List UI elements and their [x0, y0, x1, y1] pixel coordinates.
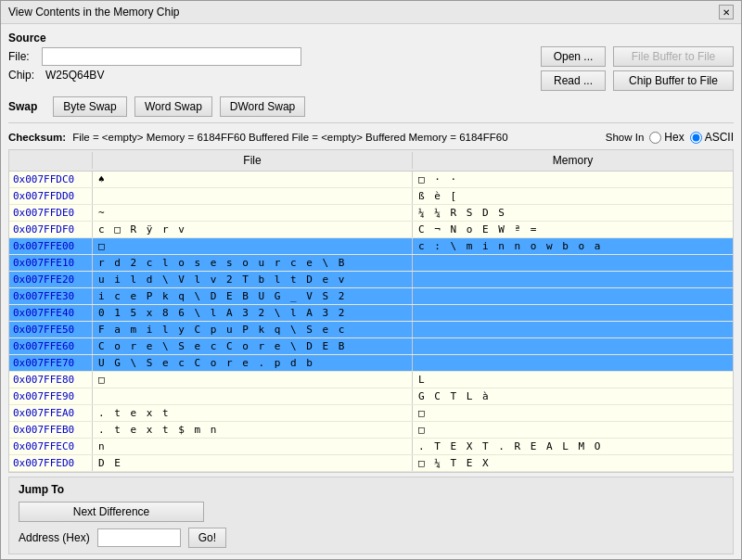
table-row[interactable]: 0x007FFDE0~¼ ¼ R S D S	[9, 205, 733, 222]
table-row[interactable]: 0x007FFEA0. t e x t □	[9, 405, 733, 422]
main-window: View Contents in the Memory Chip ✕ Sourc…	[0, 0, 742, 560]
file-cell: □	[93, 372, 413, 388]
addr-cell: 0x007FFDC0	[9, 172, 93, 187]
file-cell	[93, 388, 413, 404]
bottom-panel: Jump To Next Difference Address (Hex) Go…	[8, 477, 734, 554]
hex-radio-label[interactable]: Hex	[649, 131, 684, 144]
go-button[interactable]: Go!	[188, 528, 226, 548]
table-row[interactable]: 0x007FFE90G C T L à	[9, 388, 733, 405]
table-row[interactable]: 0x007FFE70U G \ S e c C o r e . p d b	[9, 355, 733, 372]
mem-cell: ß è [	[413, 188, 733, 204]
file-cell: c □ R ÿ r v	[93, 222, 413, 237]
table-row[interactable]: 0x007FFE400 1 5 x 8 6 \ l A 3 2 \ l A 3 …	[9, 305, 733, 322]
table-row[interactable]: 0x007FFEC0n. T E X T . R E A L M O	[9, 439, 733, 455]
address-input[interactable]	[97, 528, 181, 547]
file-cell	[93, 188, 413, 204]
mem-cell: □ ¼ T E X	[413, 455, 733, 471]
addr-cell: 0x007FFE70	[9, 355, 93, 371]
mem-cell	[413, 305, 733, 321]
addr-cell: 0x007FFE60	[9, 338, 93, 354]
next-diff-row: Next Difference	[19, 502, 723, 522]
memory-header: Memory	[413, 152, 733, 169]
mem-cell	[413, 322, 733, 337]
file-cell: . t e x t $ m n	[93, 422, 413, 438]
file-cell: u i l d \ V l v 2 T b l t D e v	[93, 272, 413, 287]
file-cell: r d 2 c l o s e s o u r c e \ B	[93, 255, 413, 271]
table-body: 0x007FFDC0♠□ · ·0x007FFDD0 ß è [0x007FFD…	[9, 172, 733, 472]
address-row: Address (Hex) Go!	[19, 528, 723, 548]
table-row[interactable]: 0x007FFEB0. t e x t $ m n □	[9, 422, 733, 439]
main-content: Source File: Chip: W25Q64BV Open ... Rea…	[1, 24, 741, 560]
checksum-text: File = <empty> Memory = 6184FF60 Buffere…	[72, 132, 507, 143]
addr-header	[9, 152, 93, 169]
dword-swap-button[interactable]: DWord Swap	[220, 96, 305, 117]
mem-cell: . T E X T . R E A L M O	[413, 439, 733, 454]
table-row[interactable]: 0x007FFE10r d 2 c l o s e s o u r c e \ …	[9, 255, 733, 272]
file-cell: n	[93, 439, 413, 454]
chip-value: W25Q64BV	[45, 69, 104, 82]
table-row[interactable]: 0x007FFE30i c e P k q \ D E B U G _ V S …	[9, 288, 733, 305]
next-difference-button[interactable]: Next Difference	[19, 502, 204, 522]
close-button[interactable]: ✕	[719, 5, 734, 19]
show-in-label: Show In	[606, 132, 645, 143]
table-row[interactable]: 0x007FFE00□ c : \ m i n n o w b o a	[9, 238, 733, 255]
mem-cell	[413, 288, 733, 304]
addr-cell: 0x007FFDF0	[9, 222, 93, 237]
file-buffer-to-file-button[interactable]: File Buffer to File	[613, 46, 734, 67]
file-cell: . t e x t	[93, 405, 413, 421]
swap-label: Swap	[8, 100, 45, 113]
file-cell: D E	[93, 455, 413, 471]
file-input[interactable]	[42, 47, 301, 66]
addr-cell: 0x007FFDD0	[9, 188, 93, 204]
mem-cell: □ · ·	[413, 172, 733, 187]
table-row[interactable]: 0x007FFE50F a m i l y C p u P k q \ S e …	[9, 322, 733, 338]
file-cell: □	[93, 238, 413, 254]
file-cell: F a m i l y C p u P k q \ S e c	[93, 322, 413, 337]
mem-cell: G C T L à	[413, 388, 733, 404]
addr-cell: 0x007FFE20	[9, 272, 93, 287]
mem-cell: ¼ ¼ R S D S	[413, 205, 733, 221]
file-cell: U G \ S e c C o r e . p d b	[93, 355, 413, 371]
addr-cell: 0x007FFE00	[9, 238, 93, 254]
chip-row: Chip: W25Q64BV	[8, 69, 533, 82]
mem-cell: C ¬ N o E W ª =	[413, 222, 733, 237]
table-row[interactable]: 0x007FFDD0 ß è [	[9, 188, 733, 205]
chip-buffer-to-file-button[interactable]: Chip Buffer to File	[613, 70, 734, 91]
read-button[interactable]: Read ...	[541, 70, 606, 91]
addr-cell: 0x007FFE90	[9, 388, 93, 404]
file-cell: 0 1 5 x 8 6 \ l A 3 2 \ l A 3 2	[93, 305, 413, 321]
open-button[interactable]: Open ...	[541, 46, 606, 67]
word-swap-button[interactable]: Word Swap	[134, 96, 212, 117]
ascii-radio-label[interactable]: ASCII	[690, 131, 734, 144]
file-cell: i c e P k q \ D E B U G _ V S 2	[93, 288, 413, 304]
mem-cell: L	[413, 372, 733, 388]
byte-swap-button[interactable]: Byte Swap	[53, 96, 127, 117]
checksum-prefix: Checksum:	[8, 132, 66, 143]
jump-to-label: Jump To	[19, 483, 723, 496]
table-row[interactable]: 0x007FFE20u i l d \ V l v 2 T b l t D e …	[9, 272, 733, 288]
addr-hex-label: Address (Hex)	[19, 531, 90, 544]
table-row[interactable]: 0x007FFE80□ L	[9, 372, 733, 388]
table-row[interactable]: 0x007FFE60C o r e \ S e c C o r e \ D E …	[9, 338, 733, 355]
table-row[interactable]: 0x007FFED0D E□ ¼ T E X	[9, 455, 733, 472]
table-header: File Memory	[9, 150, 733, 172]
mem-cell: □	[413, 405, 733, 421]
hex-radio[interactable]	[649, 132, 661, 144]
addr-cell: 0x007FFE40	[9, 305, 93, 321]
file-cell: ~	[93, 205, 413, 221]
file-header: File	[93, 152, 413, 169]
table-row[interactable]: 0x007FFDC0♠□ · ·	[9, 172, 733, 188]
mem-cell	[413, 255, 733, 271]
table-row[interactable]: 0x007FFDF0c □ R ÿ r vC ¬ N o E W ª =	[9, 222, 733, 238]
addr-cell: 0x007FFEC0	[9, 439, 93, 454]
file-cell: C o r e \ S e c C o r e \ D E B	[93, 338, 413, 354]
show-in-row: Show In Hex ASCII	[606, 131, 734, 144]
source-label: Source	[8, 32, 533, 45]
addr-cell: 0x007FFE50	[9, 322, 93, 337]
addr-cell: 0x007FFE80	[9, 372, 93, 388]
mem-cell	[413, 355, 733, 371]
ascii-radio[interactable]	[690, 132, 702, 144]
addr-cell: 0x007FFED0	[9, 455, 93, 471]
mem-cell: c : \ m i n n o w b o a	[413, 238, 733, 254]
mem-cell: □	[413, 422, 733, 438]
